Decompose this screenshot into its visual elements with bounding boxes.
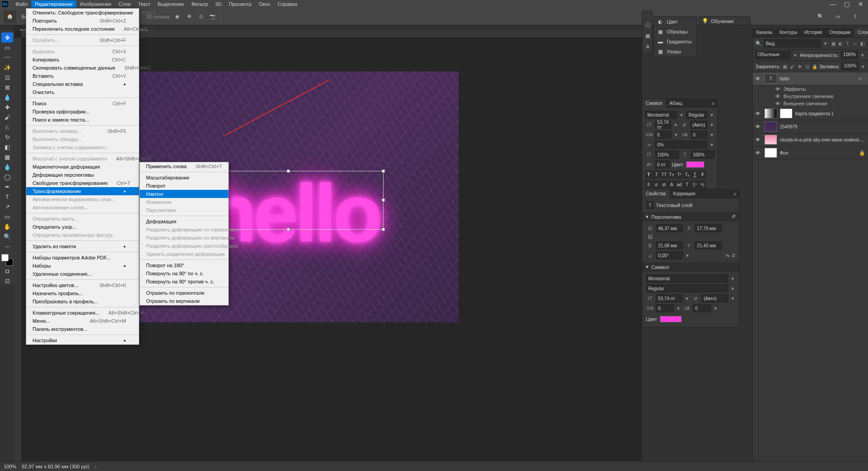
menu-item[interactable]: Марионеточная деформация: [26, 163, 139, 171]
menu-item[interactable]: Масштабирование: [140, 174, 228, 182]
width-field[interactable]: 46,37 мм: [656, 224, 683, 232]
more-tools[interactable]: ⋯: [1, 241, 13, 251]
swatch-icon[interactable]: ▦: [643, 31, 652, 40]
mini-color[interactable]: ◐Цвет: [654, 17, 697, 27]
layer-row[interactable]: 👁clouds-in-a-pink-sky-over-wave-soaked-b…: [753, 133, 868, 146]
menu-item[interactable]: Деформация перспективы: [26, 171, 139, 179]
mini-swatches[interactable]: ▦Образцы: [654, 27, 697, 37]
shape-tool[interactable]: ▭: [1, 212, 13, 221]
filter-shape-icon[interactable]: ▱: [852, 40, 858, 47]
prop-va-field[interactable]: 0: [656, 304, 674, 312]
flip-v-icon[interactable]: ⇵: [731, 253, 735, 259]
visibility-icon[interactable]: 👁: [775, 94, 782, 99]
home-icon[interactable]: 🏠: [4, 10, 16, 23]
section-perspective[interactable]: ▾Перспектива↺: [642, 212, 739, 221]
zoom-level[interactable]: 100%: [4, 464, 16, 469]
lig-fi-btn[interactable]: fi: [645, 180, 652, 188]
menu-item[interactable]: Отменить: Свободное трансформированиеCtr…: [26, 9, 139, 17]
menu-item[interactable]: Переключить последнее состояниеAlt+Ctrl+…: [26, 25, 139, 33]
3d-zoom-icon[interactable]: ⊙: [196, 12, 206, 22]
tab-paths[interactable]: Контуры: [776, 28, 801, 37]
menu-item[interactable]: КопироватьCtrl+C: [26, 56, 139, 64]
menu-layers[interactable]: Слои: [115, 0, 134, 8]
subscript-btn[interactable]: T₁: [683, 170, 691, 179]
menu-image[interactable]: Изображение: [76, 0, 115, 8]
menu-item[interactable]: Меню...Alt+Shift+Ctrl+M: [26, 317, 139, 325]
lig-A-btn[interactable]: A: [668, 180, 675, 188]
tab-adjustments[interactable]: Коррекция: [669, 189, 699, 198]
layer-thumbnail[interactable]: [764, 108, 777, 118]
strike-btn[interactable]: T: [699, 170, 706, 179]
blend-mode-field[interactable]: Обычные: [755, 51, 791, 59]
menu-item[interactable]: Клавиатурные сокращения...Alt+Shift+Ctrl…: [26, 309, 139, 317]
height-field[interactable]: 21,08 мм: [656, 241, 683, 250]
baseline-field[interactable]: 0 пт: [655, 160, 670, 169]
angle-field[interactable]: 0,00°: [656, 251, 683, 259]
info-icon[interactable]: ⓘ: [643, 20, 652, 29]
superscript-btn[interactable]: T¹: [676, 170, 683, 179]
menu-item[interactable]: Деформация: [140, 217, 228, 226]
menu-item[interactable]: Назначить профиль...: [26, 289, 139, 297]
heal-tool[interactable]: ✚: [1, 102, 13, 112]
visibility-icon[interactable]: 👁: [755, 76, 762, 81]
menu-3d[interactable]: 3D: [212, 0, 225, 8]
layer-row[interactable]: 👁1549979: [753, 120, 868, 133]
menu-item[interactable]: Применить сноваShift+Ctrl+T: [140, 162, 228, 170]
stamp-tool[interactable]: ⎌: [1, 122, 13, 132]
tab-layers[interactable]: Слои: [854, 28, 868, 37]
tab-character[interactable]: Символ: [642, 99, 666, 108]
prop-kern-field[interactable]: 0: [693, 304, 711, 312]
pen-tool[interactable]: ✒: [1, 182, 13, 192]
move-tool[interactable]: ✥: [1, 33, 13, 42]
layer-row[interactable]: 👁Thellofx ˅: [753, 72, 868, 85]
visibility-icon[interactable]: 👁: [755, 137, 762, 142]
menu-item[interactable]: Наборы: [26, 262, 139, 270]
smallcaps-btn[interactable]: Tᴛ: [668, 170, 675, 179]
prop-style-field[interactable]: Regular: [646, 284, 728, 292]
brush-tool[interactable]: 🖌: [1, 112, 13, 122]
lig-btn[interactable]: σ: [653, 180, 660, 188]
handle-bm[interactable]: [287, 228, 290, 231]
menu-item[interactable]: Определить узор...: [26, 223, 139, 231]
lock-pos-icon[interactable]: ✥: [797, 63, 802, 70]
menu-item[interactable]: Удаленные соединения...: [26, 270, 139, 278]
prop-leading-field[interactable]: (Авто): [702, 294, 728, 302]
tab-history[interactable]: История: [801, 28, 826, 37]
edit-dropdown[interactable]: Отменить: Свободное трансформированиеCtr…: [26, 8, 139, 345]
panel-menu-icon[interactable]: ≡: [731, 189, 739, 198]
font-style-field[interactable]: Regular: [686, 111, 707, 119]
menu-item[interactable]: Повернуть на 90° по ч. с.: [140, 269, 228, 278]
menu-item[interactable]: Проверка орфографии...: [26, 108, 139, 116]
type-tool[interactable]: T: [1, 192, 13, 202]
prop-size-field[interactable]: 53,74 пт: [656, 294, 683, 302]
hand-tool[interactable]: ✋: [1, 221, 13, 231]
va-field[interactable]: 0: [655, 131, 672, 139]
opacity-field[interactable]: 100%: [841, 51, 858, 59]
leading-field[interactable]: (Авто): [690, 121, 707, 129]
color-swatches[interactable]: [1, 254, 13, 266]
menu-window[interactable]: Окно: [255, 0, 274, 8]
layer-thumbnail[interactable]: [764, 135, 777, 145]
3d-cam-icon[interactable]: 📷: [208, 12, 218, 22]
menu-view[interactable]: Просмотр: [225, 0, 255, 8]
filter-type-icon[interactable]: T: [844, 40, 851, 47]
menu-item[interactable]: Преобразовать в профиль...: [26, 297, 139, 306]
mini-gradients[interactable]: ▬Градиенты: [654, 37, 697, 47]
lock-nest-icon[interactable]: ⊡: [804, 63, 810, 70]
layer-effect[interactable]: 👁Внешнее свечение: [753, 100, 868, 107]
lig-half-btn[interactable]: ½: [699, 180, 706, 188]
dodge-tool[interactable]: ◯: [1, 172, 13, 182]
menu-item[interactable]: Специальная вставка: [26, 80, 139, 88]
lig-ad-btn[interactable]: ad: [676, 180, 683, 188]
menu-item[interactable]: Поворот на 180°: [140, 261, 228, 269]
filter-adj-icon[interactable]: ◐: [837, 40, 844, 47]
tab-channels[interactable]: Каналы: [753, 28, 776, 37]
menu-item[interactable]: Свободное трансформированиеCtrl+T: [26, 179, 139, 187]
3d-pan-icon[interactable]: ✥: [184, 12, 194, 22]
3d-orbit-icon[interactable]: ◉: [172, 12, 182, 22]
frame-tool[interactable]: ⊠: [1, 82, 13, 92]
close-icon[interactable]: ✕: [858, 0, 863, 8]
menu-item[interactable]: ВставитьCtrl+V: [26, 72, 139, 80]
filter-pixel-icon[interactable]: ▦: [830, 40, 836, 47]
minimize-icon[interactable]: —: [830, 0, 836, 8]
